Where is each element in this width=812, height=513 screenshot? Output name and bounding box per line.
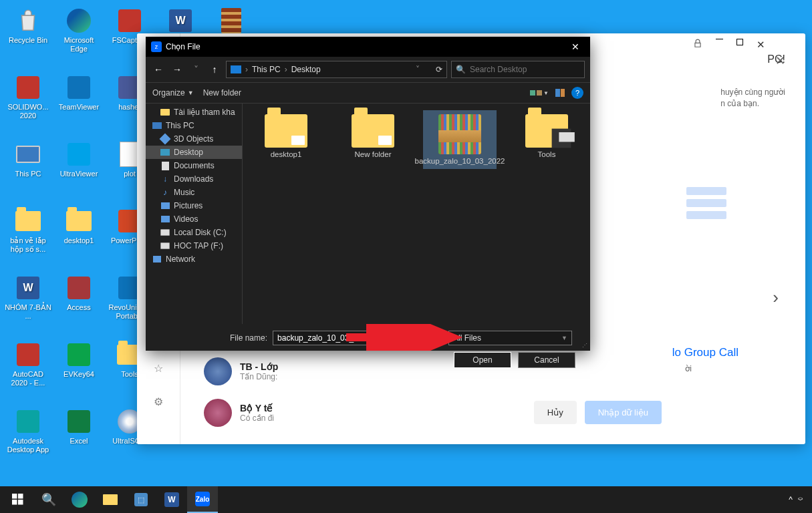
tree-label: This PC: [166, 121, 194, 130]
icon-label: Excel: [70, 437, 88, 446]
taskbar-store[interactable]: ⬚: [126, 486, 156, 513]
taskbar-edge[interactable]: [64, 486, 95, 513]
start-button[interactable]: [3, 486, 33, 513]
gear-icon[interactable]: ⚙: [150, 393, 166, 409]
tray-network-icon[interactable]: ⌔: [798, 495, 803, 504]
desktop-icon[interactable]: Recycle Bin: [4, 7, 52, 45]
desktop-icon[interactable]: [207, 7, 255, 36]
file-item[interactable]: backup_zalo_10_03_2022: [423, 110, 497, 169]
file-item[interactable]: New folder: [336, 110, 410, 162]
tree-item-t-i-li-u-tham-kha[interactable]: Tài liệu tham kha: [146, 106, 242, 119]
desktop-icon[interactable]: Autodesk Desktop App: [4, 407, 52, 454]
carousel-next[interactable]: ›: [773, 287, 779, 308]
icon-label: plot: [124, 170, 136, 178]
net-icon: [152, 254, 162, 264]
taskbar-zalo[interactable]: Zalo: [187, 486, 218, 513]
desktop-icon[interactable]: WNHÓM 7-BẢN ...: [4, 274, 52, 321]
nav-back[interactable]: ←: [151, 62, 166, 77]
view-options-icon[interactable]: ▼: [530, 90, 549, 96]
tree-item-pictures[interactable]: Pictures: [146, 199, 242, 212]
desktop-icon[interactable]: EVKey64: [55, 341, 103, 379]
search-input[interactable]: [470, 65, 580, 74]
resize-grip[interactable]: ⋰: [582, 342, 587, 348]
tree-item-videos[interactable]: Videos: [146, 212, 242, 226]
welcome-heading: PC!: [767, 53, 785, 65]
icon-graphic: [65, 407, 93, 436]
tree-label: Documents: [174, 161, 215, 170]
nav-forward[interactable]: →: [170, 62, 184, 77]
tree-item-music[interactable]: ♪Music: [146, 186, 242, 199]
desktop-icon[interactable]: UltraViewer: [55, 140, 103, 178]
tree-item-documents[interactable]: Documents: [146, 159, 242, 172]
pics-icon: [160, 201, 170, 210]
help-icon[interactable]: ?: [571, 87, 583, 99]
icon-label: This PC: [15, 170, 41, 178]
address-bar[interactable]: › This PC › Desktop ˅ ⟳: [226, 61, 447, 78]
tree-label: HOC TAP (F:): [174, 241, 223, 250]
filename-label: File name:: [230, 333, 267, 343]
avatar: [204, 399, 232, 427]
search-box[interactable]: 🔍: [451, 61, 585, 78]
import-data-button[interactable]: Nhập dữ liệu: [585, 401, 662, 424]
open-button[interactable]: Open: [454, 352, 511, 368]
svg-rect-1: [12, 494, 17, 499]
file-item[interactable]: desktop1: [249, 110, 323, 162]
file-type-filter[interactable]: All Files▼: [448, 331, 572, 345]
icon-graphic: [65, 341, 93, 369]
conversation-name: Bộ Y tế: [240, 403, 274, 413]
feature-sub: ời: [685, 364, 692, 373]
refresh-icon[interactable]: ⟳: [436, 65, 442, 74]
icon-graphic: W: [166, 7, 194, 35]
tree-item-3d-objects[interactable]: 3D Objects: [146, 132, 242, 146]
file-open-dialog: z Chọn File ✕ ← → ˅ ↑ › This PC › Deskto…: [146, 37, 590, 351]
conversation-item[interactable]: Bộ Y tế Có cần đi: [190, 392, 291, 434]
close-icon[interactable]: ✕: [566, 39, 585, 55]
tree-item-local-disk-c-[interactable]: Local Disk (C:): [146, 226, 242, 239]
music-icon: ♪: [160, 188, 170, 197]
preview-pane-icon[interactable]: [555, 89, 565, 97]
breadcrumb[interactable]: Desktop: [291, 65, 321, 74]
file-label: Tools: [538, 150, 556, 158]
new-folder-button[interactable]: New folder: [203, 88, 241, 98]
file-item[interactable]: Tools: [510, 110, 583, 162]
nav-up[interactable]: ↑: [207, 62, 222, 77]
icon-label: NHÓM 7-BẢN ...: [4, 303, 52, 321]
cancel-button[interactable]: Hủy: [534, 401, 577, 424]
icon-label: Tools: [121, 370, 138, 379]
desktop-icon[interactable]: Excel: [55, 407, 103, 446]
taskbar-word[interactable]: W: [156, 486, 187, 513]
desktop-icon[interactable]: Access: [55, 274, 103, 312]
organize-menu[interactable]: Organize ▼: [152, 88, 194, 98]
svg-rect-4: [18, 500, 23, 505]
dialog-title: Chọn File: [166, 42, 200, 51]
tree-item-downloads[interactable]: ↓Downloads: [146, 172, 242, 186]
desktop-icon[interactable]: This PC: [4, 140, 52, 178]
desktop-icon[interactable]: bản vẽ lắp hộp số s...: [4, 207, 52, 254]
tree-item-hoc-tap-f-[interactable]: HOC TAP (F:): [146, 239, 242, 252]
docs-icon: [160, 161, 170, 170]
search-icon[interactable]: 🔍: [33, 486, 64, 513]
tree-item-desktop[interactable]: Desktop: [146, 146, 242, 159]
taskbar-file-explorer[interactable]: [95, 486, 126, 513]
desktop-icon[interactable]: AutoCAD 2020 - E...: [4, 341, 52, 387]
feature-title: lo Group Call: [672, 346, 738, 359]
desktop-icon[interactable]: SOLIDWO... 2020: [4, 73, 52, 120]
icon-label: Microsoft Edge: [55, 36, 103, 53]
chevron-down-icon[interactable]: ˅: [416, 65, 420, 74]
icon-graphic: [65, 140, 93, 168]
icon-graphic: [14, 7, 42, 35]
icon-graphic: [14, 140, 42, 168]
cancel-button[interactable]: Cancel: [518, 352, 575, 368]
breadcrumb[interactable]: This PC: [252, 65, 281, 74]
desktop-icon[interactable]: desktop1: [55, 207, 103, 245]
desktop-icon[interactable]: TeamViewer: [55, 73, 103, 112]
svg-rect-2: [18, 494, 23, 499]
tree-label: Network: [166, 254, 195, 264]
tray-up-icon[interactable]: ^: [789, 495, 793, 504]
tree-item-this-pc[interactable]: This PC: [146, 119, 242, 132]
chevron-down-icon[interactable]: ˅: [188, 62, 203, 77]
tree-item-network[interactable]: Network: [146, 252, 242, 266]
desktop-icon[interactable]: Microsoft Edge: [55, 7, 103, 53]
filename-input[interactable]: backup_zalo_10_03_2022▼: [273, 331, 443, 345]
desktop-icon[interactable]: W: [156, 7, 205, 36]
